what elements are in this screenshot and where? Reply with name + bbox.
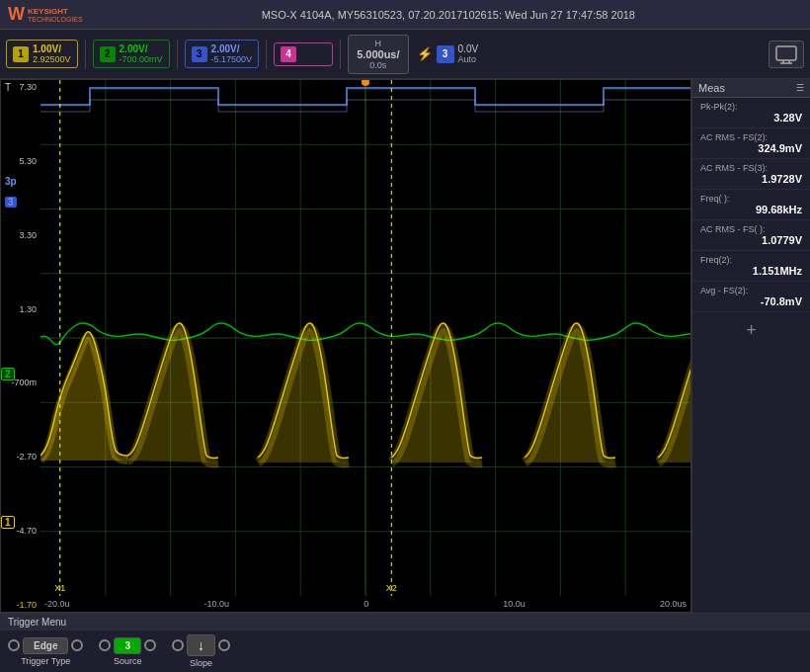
channel-3-button[interactable]: 3 2.00V/ -5.17500V <box>185 40 260 68</box>
x-label-plus10: 10.0u <box>503 599 526 609</box>
svg-rect-0 <box>776 46 796 60</box>
trigger-source-radio-right[interactable] <box>144 639 156 651</box>
x-label-minus20: -20.0u <box>44 599 70 609</box>
scope-screen[interactable]: 7.30 5.30 3.30 1.30 -700m -2.70 -4.70 -1… <box>0 79 691 613</box>
ch3-vals: 2.00V/ -5.17500V <box>211 43 253 64</box>
ch2-val2: -700.00mV <box>120 54 163 64</box>
ch1-marker: 1 <box>1 516 15 529</box>
logo-text: KEYSIGHT TECHNOLOGIES <box>28 7 83 23</box>
trigger-source-radio-left[interactable] <box>99 639 111 651</box>
channel-4-button[interactable]: 4 <box>274 42 333 66</box>
main-area: 7.30 5.30 3.30 1.30 -700m -2.70 -4.70 -1… <box>0 79 810 613</box>
t-marker: T <box>5 82 11 93</box>
measurements-panel: Meas ☰ Pk-Pk(2): 3.28V AC RMS - FS(2): 3… <box>691 79 810 613</box>
x-label-0: 0 <box>364 599 368 609</box>
meas-freq-label: Freq( ): <box>700 194 802 204</box>
topbar: W KEYSIGHT TECHNOLOGIES MSO-X 4104A, MY5… <box>0 0 810 30</box>
logo: W KEYSIGHT TECHNOLOGIES <box>8 4 83 25</box>
ch1-num: 1 <box>13 46 29 62</box>
trigger-type-value[interactable]: Edge <box>23 637 68 654</box>
y-axis-labels: 7.30 5.30 3.30 1.30 -700m -2.70 -4.70 -1… <box>1 80 40 612</box>
trigger-area[interactable]: ⚡ 3 0.0V Auto <box>417 43 479 64</box>
h-timescale: 5.000us/ <box>357 48 399 60</box>
trigger-type-item[interactable]: Edge Trigger Type <box>8 637 83 666</box>
h-label: H <box>375 39 382 48</box>
meas-options-icon[interactable]: ☰ <box>796 83 804 93</box>
ch4-num: 4 <box>281 46 296 62</box>
trigger-type-radio-right[interactable] <box>71 639 83 651</box>
meas-header: Meas ☰ <box>692 79 810 98</box>
sep2 <box>177 40 178 69</box>
x-label-plus20: 20.0us <box>660 599 687 609</box>
trigger-icon: ⚡ <box>417 46 433 61</box>
trigger-slope-radio-right[interactable] <box>218 639 230 651</box>
meas-pk-pk[interactable]: Pk-Pk(2): 3.28V <box>692 98 810 128</box>
meas-avg-value: -70.8mV <box>700 295 802 307</box>
trigger-source-label: Source <box>114 656 142 666</box>
trigger-mode: Auto <box>458 54 479 64</box>
x-axis-labels: -20.0u -10.0u 0 10.0u 20.0us <box>40 596 690 612</box>
ch1-val2: 2.92500V <box>33 54 71 64</box>
meas-freq[interactable]: Freq( ): 99.68kHz <box>692 190 810 220</box>
trigger-slope-label: Slope <box>190 658 212 668</box>
trigger-slope-item[interactable]: ↓ Slope <box>172 634 230 668</box>
y-label-2: 3.30 <box>1 230 40 240</box>
sep4 <box>340 40 341 69</box>
meas-pk-pk-value: 3.28V <box>700 112 802 124</box>
waveform-canvas: Y2 X1 <box>40 80 690 596</box>
meas-acrms-3-label: AC RMS - FS(3): <box>700 163 802 173</box>
brand-name: KEYSIGHT <box>28 7 83 16</box>
channelbar: 1 1.00V/ 2.92500V 2 2.00V/ -700.00mV 3 2… <box>0 30 810 79</box>
y-label-3: 1.30 <box>1 304 40 314</box>
trigger-slope-value[interactable]: ↓ <box>187 634 215 656</box>
trigger-source-item[interactable]: 3 Source <box>99 637 156 666</box>
trigger-menu-title: Trigger Menu <box>0 614 810 630</box>
meas-acrms-3[interactable]: AC RMS - FS(3): 1.9728V <box>692 159 810 190</box>
trigger-level: 0.0V <box>458 43 479 54</box>
instrument-info: MSO-X 4104A, MY56310523, 07.20.201710261… <box>95 9 802 21</box>
y-label-1: 5.30 <box>1 156 40 166</box>
meas-acrms-2-value: 324.9mV <box>700 142 802 154</box>
meas-acrms-2-label: AC RMS - FS(2): <box>700 132 802 142</box>
channel-2-button[interactable]: 2 2.00V/ -700.00mV <box>93 40 170 68</box>
ch2-num: 2 <box>100 46 116 62</box>
sep3 <box>266 40 267 69</box>
channel-1-button[interactable]: 1 1.00V/ 2.92500V <box>6 40 78 68</box>
trigger-slope-radio-left[interactable] <box>172 639 184 651</box>
meas-acrms-2[interactable]: AC RMS - FS(2): 324.9mV <box>692 128 810 159</box>
meas-add-button[interactable]: + <box>692 312 810 349</box>
trigger-type-label: Trigger Type <box>21 656 70 666</box>
meas-freq-2[interactable]: Freq(2): 1.151MHz <box>692 251 810 282</box>
ch1-vals: 1.00V/ 2.92500V <box>33 43 71 64</box>
trigger-type-controls: Edge <box>8 637 83 654</box>
ch3-t-marker: 3p <box>5 176 17 187</box>
horizontal-button[interactable]: H 5.000us/ 0.0s <box>348 35 408 74</box>
meas-freq-value: 99.68kHz <box>700 204 802 215</box>
display-icon <box>774 44 798 64</box>
ch3-val2: -5.17500V <box>211 54 253 64</box>
screen-button[interactable] <box>769 41 804 68</box>
x-label-minus10: -10.0u <box>204 599 230 609</box>
meas-avg[interactable]: Avg - FS(2): -70.8mV <box>692 282 810 312</box>
x2-cursor-label: X2 <box>386 583 397 593</box>
trigger-source-controls: 3 <box>99 637 156 654</box>
ch1-val1: 1.00V/ <box>33 43 71 54</box>
ch3-num: 3 <box>192 46 207 62</box>
meas-title: Meas <box>698 82 725 94</box>
meas-freq-2-label: Freq(2): <box>700 255 802 265</box>
ch2-vals: 2.00V/ -700.00mV <box>120 43 163 64</box>
y-label-7: -1.70 <box>1 600 40 610</box>
y-label-5: -2.70 <box>1 452 40 462</box>
trigger-channel: 3 <box>437 45 454 63</box>
trigger-menu: Trigger Menu Edge Trigger Type 3 Source … <box>0 613 810 672</box>
meas-acrms-3-value: 1.9728V <box>700 173 802 185</box>
trigger-slope-controls: ↓ <box>172 634 230 656</box>
trigger-type-radio-left[interactable] <box>8 639 20 651</box>
sep1 <box>85 40 86 69</box>
h-delay: 0.0s <box>369 60 386 70</box>
trigger-menu-items: Edge Trigger Type 3 Source ↓ Slope <box>0 630 810 672</box>
trigger-vals: 0.0V Auto <box>458 43 479 64</box>
ch2-val1: 2.00V/ <box>120 43 163 54</box>
meas-acrms-fs[interactable]: AC RMS - FS( ): 1.0779V <box>692 220 810 251</box>
trigger-source-value[interactable]: 3 <box>114 637 141 654</box>
